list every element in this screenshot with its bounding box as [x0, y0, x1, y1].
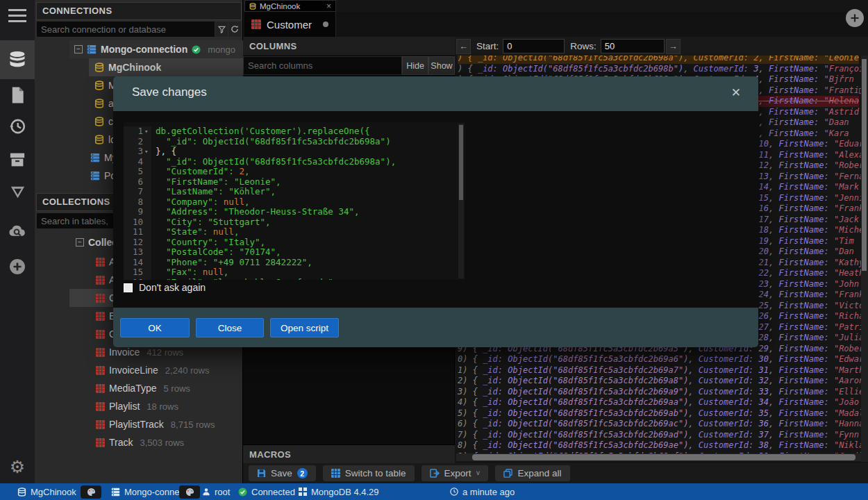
statusbar-database[interactable]: MgChinook: [17, 483, 76, 500]
tab-mgchinook[interactable]: MgChinook ×: [244, 0, 336, 12]
grid-row[interactable]: 7) { _id: ObjectId("68df85f1fc5a3cbfdc2b…: [458, 430, 859, 441]
scrollbar-thumb[interactable]: [862, 59, 867, 271]
connections-panel-title: CONNECTIONS: [36, 2, 242, 20]
export-button[interactable]: Export ˅: [422, 465, 489, 481]
menu-icon[interactable]: [8, 9, 26, 26]
grid-row[interactable]: 0) { _id: ObjectId("68df85f1fc5a3cbfdc2b…: [458, 354, 861, 365]
palette-icon: [185, 488, 194, 497]
filter-button[interactable]: [215, 21, 228, 38]
line-number: 12: [124, 238, 151, 248]
table-icon: [96, 384, 105, 393]
editor-scrollbar[interactable]: [458, 124, 464, 278]
close-button[interactable]: Close: [196, 318, 264, 338]
database-nav-icon[interactable]: [0, 40, 35, 79]
database-icon: [94, 81, 104, 90]
collapse-icon[interactable]: −: [74, 45, 83, 53]
horizontal-scrollbar[interactable]: [456, 453, 861, 461]
row-count: 8,715 rows: [171, 419, 215, 430]
hide-button[interactable]: Hide: [402, 56, 428, 75]
code-line: 12 "Country": "Italy",: [124, 238, 465, 248]
cloud-search-nav-icon[interactable]: [0, 215, 35, 246]
table-icon: [96, 312, 105, 321]
grid-row[interactable]: 3) { _id: ObjectId("68df85f1fc5a3cbfdc2b…: [458, 387, 861, 398]
ok-button[interactable]: OK: [120, 318, 190, 338]
table-icon: [96, 438, 105, 447]
script-editor[interactable]: 1▾db.getCollection('Customer').replaceOn…: [124, 122, 465, 280]
files-nav-icon[interactable]: [0, 80, 35, 110]
server-icon: [90, 171, 100, 181]
database-icon: [94, 99, 104, 108]
fold-icon[interactable]: ▾: [144, 147, 148, 157]
table-icon: [96, 366, 105, 375]
archive-icon: [8, 151, 26, 168]
code-line: 14 "Phone": "+49 0711 2842222",: [124, 258, 465, 268]
grid-row[interactable]: 2) { _id: ObjectId("68df85f1fc5a3cbfdc2b…: [458, 376, 861, 387]
rows-input[interactable]: [601, 39, 665, 53]
grid-row[interactable]: 4) { _id: ObjectId("68df85f1fc5a3cbfdc2b…: [458, 397, 859, 408]
code-line: 6 "FirstName": "Leonie",: [124, 177, 465, 188]
table-icon: [96, 258, 105, 267]
grid-row[interactable]: 1) { _id: ObjectId("68df85f1fc5a3cbfdc2b…: [458, 365, 861, 376]
switch-to-table-button[interactable]: Switch to table: [323, 465, 415, 481]
vertical-scrollbar[interactable]: [861, 56, 868, 462]
scrollbar-thumb[interactable]: [459, 125, 463, 200]
grid-row[interactable]: 6) { _id: ObjectId("68df85f1fc5a3cbfdc2b…: [458, 419, 861, 430]
tab-label: MgChinook: [260, 2, 300, 10]
columns-search: Hide Show: [243, 56, 455, 75]
tab-customer[interactable]: Customer: [244, 12, 336, 37]
switch-to-table-label: Switch to table: [345, 468, 406, 478]
filter-nav-icon[interactable]: [0, 177, 35, 208]
database-color-chip[interactable]: [81, 483, 101, 500]
previous-page-button[interactable]: ←: [456, 39, 471, 54]
save-label: Save: [271, 468, 292, 478]
close-icon[interactable]: ×: [326, 1, 331, 11]
start-label: Start:: [476, 41, 499, 51]
collapse-icon[interactable]: −: [76, 238, 84, 247]
statusbar-database-label: MgChinook: [31, 487, 76, 497]
refresh-button[interactable]: [228, 21, 242, 38]
fold-icon[interactable]: ▾: [144, 126, 148, 137]
checkbox-unchecked-icon[interactable]: [124, 283, 133, 292]
expand-all-label: Expand all: [517, 468, 561, 478]
dialog-header: Save changes ✕: [113, 76, 758, 111]
macros-panel-title: MACROS: [243, 444, 455, 463]
statusbar-updated: a minute ago: [450, 483, 515, 500]
history-nav-icon[interactable]: [0, 111, 35, 142]
close-icon[interactable]: ✕: [731, 85, 741, 100]
expand-all-button[interactable]: Expand all: [495, 465, 569, 481]
server-icon: [90, 153, 100, 162]
check-circle-icon: [238, 488, 247, 497]
clock-icon: [450, 488, 458, 496]
add-nav-icon[interactable]: [0, 251, 35, 282]
table-icon: [96, 294, 105, 303]
pager-toolbar: ← Start: Rows: →: [455, 37, 868, 56]
save-button[interactable]: Save 2: [249, 465, 316, 481]
changes-badge: 2: [297, 468, 308, 478]
scrollbar-thumb[interactable]: [472, 454, 856, 460]
columns-search-input[interactable]: [243, 56, 402, 75]
line-number: 9: [124, 207, 151, 217]
row-count: 2,240 rows: [165, 365, 210, 376]
settings-button[interactable]: ⚙: [0, 451, 35, 482]
row-count: 5 rows: [163, 383, 190, 394]
grid-row[interactable]: 8) { _id: ObjectId("68df85f1fc5a3cbfdc2b…: [458, 440, 861, 451]
connection-color-chip[interactable]: [179, 483, 200, 500]
connections-search-input[interactable]: [36, 21, 215, 38]
refresh-icon: [231, 25, 239, 33]
grid-row[interactable]: ) { _id: ObjectId("68df85f1fc5a3cbfdc2b6…: [458, 64, 861, 75]
add-connection-button[interactable]: [846, 9, 864, 27]
gear-icon: ⚙: [10, 457, 25, 477]
next-page-button[interactable]: →: [666, 39, 681, 54]
grid-row[interactable]: ) { _id: ObjectId("68df85f1fc5a3cbfdc2b6…: [458, 56, 859, 64]
grid-icon: [299, 488, 307, 496]
show-button[interactable]: Show: [428, 56, 455, 75]
start-input[interactable]: [503, 39, 565, 53]
open-script-button[interactable]: Open script: [270, 318, 339, 338]
icon-rail: ⚙: [0, 0, 35, 483]
save-icon: [257, 469, 266, 478]
code-line: 13 "PostalCode": "70174",: [124, 247, 465, 258]
dont-ask-again-option[interactable]: Don't ask again: [124, 282, 206, 293]
grid-row[interactable]: 5) { _id: ObjectId("68df85f1fc5a3cbfdc2b…: [458, 408, 861, 419]
archive-nav-icon[interactable]: [0, 144, 35, 175]
status-bar: MgChinook Mongo-connection root Connecte…: [0, 483, 868, 500]
